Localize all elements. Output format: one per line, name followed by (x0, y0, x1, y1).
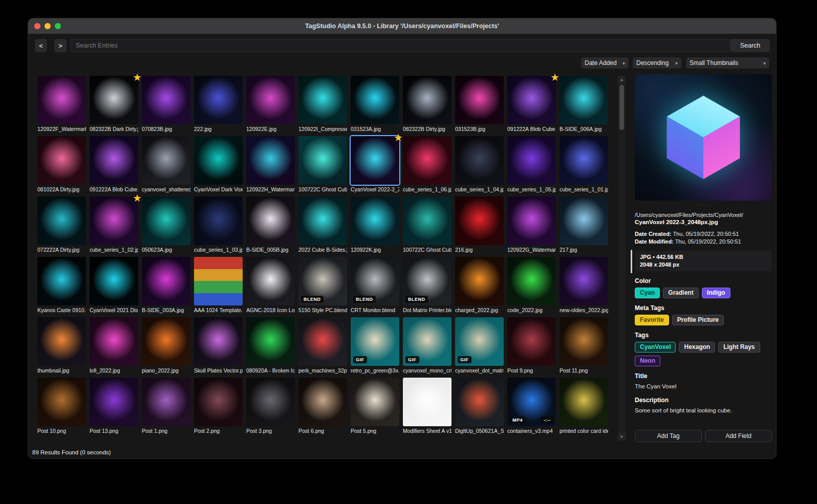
thumbnail-image[interactable] (455, 76, 504, 124)
add-tag-button[interactable]: Add Tag (635, 430, 702, 442)
thumbnail-image[interactable]: BLEND (298, 257, 347, 305)
thumbnail-image[interactable] (194, 378, 243, 426)
thumbnail-image[interactable] (37, 76, 86, 124)
grid-item[interactable]: Post 10.png (37, 378, 86, 434)
grid-item[interactable]: B-SIDE_005B.jpg (246, 196, 295, 253)
scroll-up-icon[interactable]: ▲ (618, 76, 626, 83)
thumbnail-image[interactable] (507, 317, 556, 366)
grid-item[interactable]: cyanvoxel_shattered.png (142, 136, 190, 193)
search-input[interactable] (70, 39, 730, 52)
thumbnail-image[interactable] (194, 317, 243, 366)
thumbnail-image[interactable] (246, 76, 295, 124)
tag-pill[interactable]: Hexagon (679, 342, 715, 353)
thumbnail-image[interactable] (403, 196, 451, 245)
thumbnail-image[interactable] (90, 136, 138, 185)
thumbnail-image[interactable] (560, 317, 608, 366)
grid-item[interactable]: CyanVoxel 2021 Display.jpg (90, 257, 138, 314)
tag-pill[interactable]: Favorite (635, 315, 669, 325)
grid-item[interactable]: 081022A Dirty.jpg (37, 136, 86, 193)
grid-item[interactable]: Post 11.png (560, 317, 608, 374)
thumbnail-image[interactable] (90, 378, 138, 426)
add-field-button[interactable]: Add Field (705, 430, 772, 442)
close-window-button[interactable] (34, 23, 40, 29)
grid-item[interactable]: ★cube_series_1_02.jpg (90, 196, 138, 253)
grid-item[interactable]: new-oldies_2022.jpg (560, 257, 608, 314)
thumbnail-image[interactable] (560, 136, 608, 185)
grid-scrollbar[interactable]: ▲ ▼ (618, 76, 626, 441)
thumbnail-image[interactable] (298, 76, 347, 124)
grid-item[interactable]: cube_series_1_03.jpg (194, 196, 243, 253)
thumbnail-image[interactable] (507, 136, 556, 185)
grid-item[interactable]: code_2022.jpg (507, 257, 556, 314)
back-button[interactable]: < (35, 39, 47, 52)
grid-item[interactable]: printed color card ideas.png (560, 378, 608, 434)
grid-item[interactable]: charged_2022.jpg (455, 257, 504, 314)
thumbnail-image[interactable] (37, 136, 86, 185)
thumbnail-image[interactable] (246, 378, 295, 426)
grid-item[interactable]: CyanVoxel Dark Voxel.jpg (194, 136, 243, 193)
grid-item[interactable]: 091222A Blob Cube.jpg (90, 136, 138, 193)
grid-item[interactable]: GIFcyanvoxel_mono_crt.gif (403, 317, 451, 374)
zoom-window-button[interactable] (55, 23, 61, 29)
thumbnail-image[interactable] (351, 378, 399, 426)
grid-item[interactable]: Modifiers Sheet A v1.png (403, 378, 451, 434)
sort-field-dropdown[interactable]: Date Added ▾ (581, 57, 629, 69)
grid-item[interactable]: 080920A - Broken Ice.jpg (246, 317, 295, 374)
thumbnail-image[interactable] (246, 257, 295, 305)
grid-item[interactable]: 120922F_Watermarked.jpg (37, 76, 86, 133)
tag-pill[interactable]: Gradient (663, 288, 698, 298)
thumbnail-image[interactable] (455, 196, 504, 245)
preview-image[interactable] (635, 74, 772, 201)
panel-resize-handle[interactable]: ······· (635, 202, 772, 208)
panel-scrollbar[interactable] (631, 250, 632, 273)
grid-item[interactable]: perk_machines_32px.png (298, 317, 347, 374)
thumbnail-image[interactable] (560, 76, 608, 124)
grid-item[interactable]: DigItUp_050621A_Sheet.png (455, 378, 504, 434)
grid-item[interactable]: 120922H_Watermarked.jpg (246, 136, 295, 193)
grid-item[interactable]: GIFcyanvoxel_dot_matrix.gif (455, 317, 504, 374)
tag-pill[interactable]: Light Rays (718, 342, 760, 353)
thumbnail-image[interactable] (246, 317, 295, 366)
thumbnail-image[interactable] (90, 317, 138, 366)
grid-item[interactable]: 120922G_Watermarked.jpg (507, 196, 556, 253)
grid-item[interactable]: 120922K.jpg (351, 196, 399, 253)
grid-item[interactable]: lofi_2022.jpg (90, 317, 138, 374)
thumbnail-image[interactable]: BLEND (351, 257, 399, 305)
grid-item[interactable]: AAA 1024 Template.png (194, 257, 243, 314)
minimize-window-button[interactable] (45, 23, 51, 29)
grid-item[interactable]: cube_series_1_06.jpg (403, 136, 451, 193)
scroll-down-icon[interactable]: ▼ (618, 433, 626, 441)
thumbnail-image[interactable] (455, 257, 504, 305)
grid-item[interactable]: BLENDCRT Monitor.blend (351, 257, 399, 314)
grid-item[interactable]: Post 6.png (298, 378, 347, 434)
grid-item[interactable]: BLEND5150 Style PC.blend (298, 257, 347, 314)
sort-direction-dropdown[interactable]: Descending ▾ (633, 57, 681, 69)
thumbnail-image[interactable] (298, 378, 347, 426)
thumbnail-image[interactable] (37, 257, 86, 305)
thumbnail-image[interactable] (90, 257, 138, 305)
grid-item[interactable]: 031523A.jpg (351, 76, 399, 133)
grid-item[interactable]: ★091222A Blob Cube.jpg (507, 76, 556, 133)
grid-item[interactable]: 222.jpg (194, 76, 243, 133)
grid-item[interactable]: 216.jpg (455, 196, 504, 253)
grid-item[interactable]: Post 2.png (194, 378, 243, 434)
thumbnail-image[interactable] (403, 76, 451, 124)
thumbnail-image[interactable] (194, 196, 243, 245)
grid-item[interactable]: AGNC-2018 Icon Logo.png (246, 257, 295, 314)
scrollbar-thumb[interactable] (619, 85, 624, 130)
thumbnail-image[interactable]: GIF (455, 317, 504, 366)
thumbnail-image[interactable] (560, 378, 608, 426)
grid-item[interactable]: 072222A Dirty.jpg (37, 196, 86, 253)
thumbnail-image[interactable] (507, 196, 556, 245)
grid-item[interactable]: 100722C Ghost Cube.jpg (298, 136, 347, 193)
thumbnail-image[interactable]: GIF (351, 317, 399, 366)
grid-item[interactable]: ★082322B Dark Dirty.jpg (90, 76, 138, 133)
thumbnail-image[interactable]: ★ (507, 76, 556, 124)
grid-item[interactable]: Post 1.png (142, 378, 190, 434)
grid-item[interactable]: thumbnail.jpg (37, 317, 86, 374)
thumbnail-image[interactable] (37, 378, 86, 426)
thumbnail-image[interactable] (246, 196, 295, 245)
grid-item[interactable]: 050623A.jpg (142, 196, 190, 253)
thumbnail-image[interactable] (142, 378, 190, 426)
grid-item[interactable]: Skull Plates Vector.png (194, 317, 243, 374)
